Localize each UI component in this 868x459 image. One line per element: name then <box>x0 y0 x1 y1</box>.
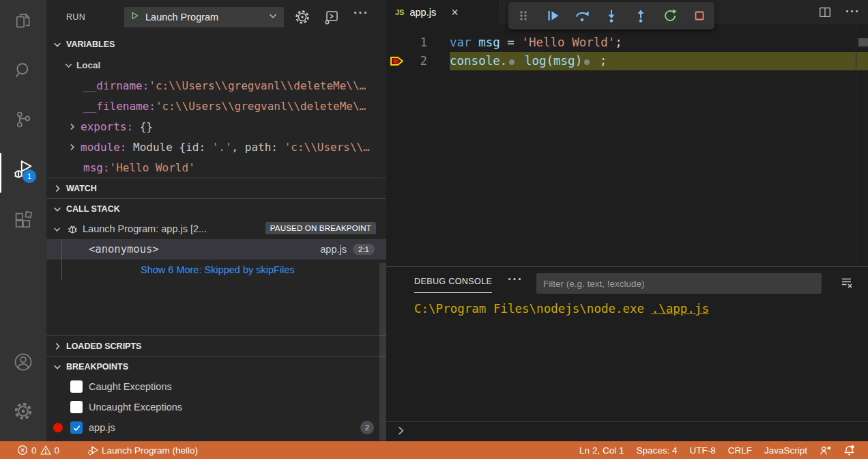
status-bar: 0 0 Launch Program (hello) Ln 2, Col 1 S… <box>0 441 868 459</box>
variable-row-module[interactable]: module: Module {id: '.', path: 'c:\\User… <box>46 137 386 157</box>
breakpoints-sections: LOADED SCRIPTS BREAKPOINTS Caught Except… <box>46 335 386 438</box>
open-debug-console-button[interactable] <box>323 9 340 28</box>
warning-count: 0 <box>55 445 60 456</box>
search-icon <box>13 60 33 83</box>
debug-settings-gear-button[interactable] <box>294 9 310 28</box>
problems-indicator[interactable]: 0 0 <box>11 441 66 459</box>
chevron-down-icon <box>53 225 61 234</box>
account-icon <box>13 352 33 375</box>
step-into-button[interactable] <box>596 2 626 29</box>
vscode-window: 1 RUN Launch Program ··· VAR <box>0 0 868 459</box>
source-control-icon <box>13 109 33 133</box>
breakpoint-row-appjs[interactable]: app.js 2 <box>46 417 386 438</box>
sidebar-scrollbar[interactable] <box>379 263 386 441</box>
chevron-down-icon <box>53 40 62 49</box>
chevron-right-icon <box>53 342 62 351</box>
tab-appjs[interactable]: JS app.js × <box>386 0 499 24</box>
frame-position-badge: 2:1 <box>353 244 375 255</box>
bug-icon <box>67 223 78 235</box>
call-stack-frame-row[interactable]: <anonymous> app.js 2:1 <box>46 239 386 260</box>
breakpoint-row-uncaught-exceptions[interactable]: Uncaught Exceptions <box>46 397 386 417</box>
loaded-scripts-section-header[interactable]: LOADED SCRIPTS <box>46 335 386 356</box>
breakpoint-row-caught-exceptions[interactable]: Caught Exceptions <box>46 376 386 397</box>
chevron-down-icon <box>268 11 278 23</box>
variable-row-filename[interactable]: __filename: 'c:\\Users\\gregvanl\\delete… <box>46 96 386 116</box>
chevron-right-icon <box>53 184 62 193</box>
watch-section-header[interactable]: WATCH <box>46 178 386 198</box>
javascript-file-icon: JS <box>395 8 404 16</box>
show-more-frames-link[interactable]: Show 6 More: Skipped by skipFiles <box>46 260 386 280</box>
checkbox-unchecked[interactable] <box>70 380 83 393</box>
chevron-right-icon <box>68 143 76 152</box>
call-stack-session-row[interactable]: Launch Program: app.js [2... PAUSED ON B… <box>46 219 386 239</box>
sidebar-item-search[interactable] <box>0 55 46 88</box>
code-line-1: var msg = 'Hello World'; <box>386 33 857 52</box>
gear-icon <box>13 401 33 424</box>
chevron-down-icon <box>53 204 62 214</box>
language-mode[interactable]: JavaScript <box>758 441 813 459</box>
feedback-icon[interactable] <box>813 441 837 459</box>
sidebar-item-explorer[interactable] <box>0 6 46 39</box>
variable-row-dirname[interactable]: __dirname: 'c:\\Users\\gregvanl\\deleteM… <box>46 75 386 96</box>
close-icon[interactable]: × <box>451 6 459 18</box>
panel-title: RUN <box>66 12 85 22</box>
checkbox-unchecked[interactable] <box>70 401 83 413</box>
sidebar-item-extensions[interactable] <box>0 206 46 238</box>
sidebar-item-manage[interactable] <box>0 396 46 429</box>
debug-console-panel: DEBUG CONSOLE ··· C:\Program Files\nodej… <box>386 266 868 441</box>
sidebar-item-run-and-debug[interactable]: 1 <box>0 154 46 187</box>
extensions-icon <box>13 210 33 234</box>
code-line-2: console. log(msg) ; <box>386 52 857 70</box>
variable-row-msg[interactable]: msg: 'Hello World' <box>46 157 386 178</box>
error-count: 0 <box>31 445 37 456</box>
tab-debug-console[interactable]: DEBUG CONSOLE <box>414 277 492 293</box>
console-output: C:\Program Files\nodejs\node.exe .\app.j… <box>414 302 709 316</box>
files-icon <box>13 11 33 34</box>
breakpoint-count-badge: 2 <box>360 421 374 434</box>
debug-target-indicator[interactable]: Launch Program (hello) <box>81 441 204 459</box>
continue-button[interactable] <box>538 2 567 29</box>
breakpoints-section-header[interactable]: BREAKPOINTS <box>46 356 386 376</box>
chevron-down-icon <box>53 362 62 372</box>
scope-local[interactable]: Local <box>46 55 386 75</box>
debug-session-badge: 1 <box>23 169 36 183</box>
chevron-right-icon <box>68 122 76 131</box>
run-view-header: RUN Launch Program ··· <box>46 0 386 34</box>
launch-config-label: Launch Program <box>145 12 262 23</box>
variable-row-exports[interactable]: exports: {} <box>46 116 386 137</box>
sidebar-item-accounts[interactable] <box>0 347 46 380</box>
encoding[interactable]: UTF-8 <box>683 441 721 459</box>
views-more-actions-button[interactable]: ··· <box>353 5 368 20</box>
error-icon <box>17 445 28 456</box>
editor-more-actions-button[interactable]: ··· <box>845 5 860 19</box>
editor-group: JS app.js × ··· 1 2 var msg = 'Hello Wor… <box>386 0 868 266</box>
run-view-sidebar: RUN Launch Program ··· VARIABLES Local _… <box>46 0 386 441</box>
call-stack-section-header[interactable]: CALL STACK <box>46 198 386 219</box>
console-prompt-icon[interactable] <box>396 426 406 439</box>
stop-button[interactable] <box>684 2 714 29</box>
step-out-button[interactable] <box>626 2 655 29</box>
notifications-bell-icon[interactable] <box>837 441 861 459</box>
warning-icon <box>40 445 51 456</box>
restart-button[interactable] <box>655 2 684 29</box>
clear-console-icon[interactable] <box>840 276 854 292</box>
play-icon <box>130 11 139 23</box>
code-editor[interactable]: 1 2 var msg = 'Hello World'; console. lo… <box>386 24 868 266</box>
launch-config-dropdown[interactable]: Launch Program <box>124 7 284 27</box>
breakpoint-dot-icon <box>53 423 63 432</box>
editor-scrollbar[interactable] <box>858 38 868 46</box>
panel-more-actions-button[interactable]: ··· <box>508 272 523 287</box>
cursor-position[interactable]: Ln 2, Col 1 <box>573 441 630 459</box>
eol-sequence[interactable]: CRLF <box>722 441 758 459</box>
console-input-separator <box>386 421 868 422</box>
console-filter-input[interactable] <box>536 273 822 294</box>
debug-paused-arrow-icon[interactable] <box>390 55 405 71</box>
split-editor-icon[interactable] <box>818 5 832 19</box>
activity-bar: 1 <box>0 0 46 441</box>
indentation[interactable]: Spaces: 4 <box>630 441 683 459</box>
checkbox-checked[interactable] <box>70 421 83 434</box>
variables-section-header[interactable]: VARIABLES <box>46 34 386 55</box>
toolbar-drag-handle[interactable] <box>508 2 538 29</box>
step-over-button[interactable] <box>567 2 596 29</box>
sidebar-item-source-control[interactable] <box>0 105 46 137</box>
